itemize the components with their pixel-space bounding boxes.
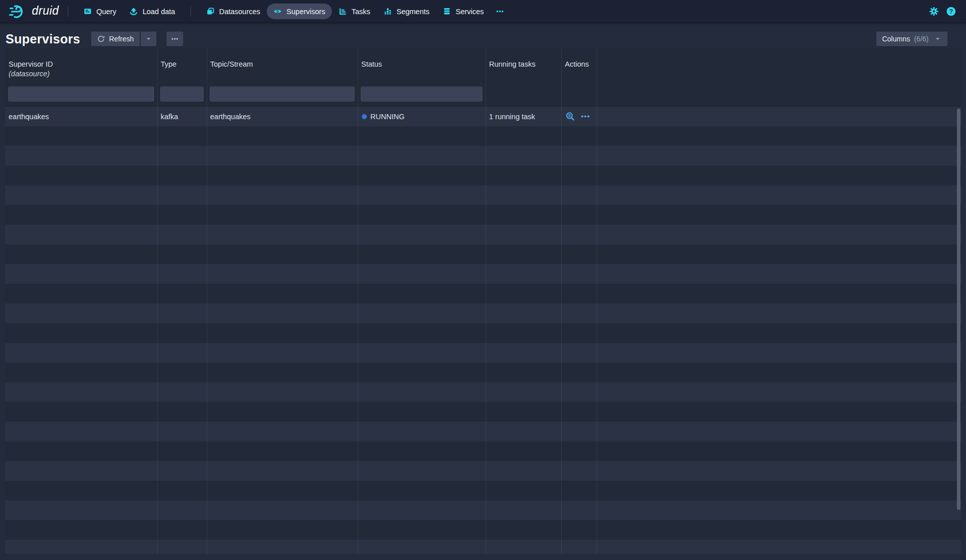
column-header-actions: Actions bbox=[561, 48, 597, 83]
table-row-empty bbox=[5, 500, 961, 520]
more-ellipsis-icon bbox=[171, 35, 179, 43]
nav-item-tasks[interactable]: Tasks bbox=[332, 4, 377, 19]
table-row-empty bbox=[5, 225, 961, 244]
table-row-empty bbox=[5, 205, 961, 225]
column-header-supervisor-id[interactable]: Supervisor ID (datasource) bbox=[5, 48, 157, 83]
refresh-icon bbox=[97, 35, 105, 43]
column-header-filler bbox=[597, 48, 961, 83]
table-row-empty bbox=[5, 284, 961, 303]
druid-logo[interactable]: druid bbox=[9, 4, 59, 20]
filter-input-type[interactable] bbox=[160, 86, 204, 101]
nav-item-segments[interactable]: Segments bbox=[377, 4, 436, 19]
navbar-divider bbox=[68, 7, 68, 17]
row-more-actions-icon[interactable] bbox=[581, 112, 590, 121]
cell-type[interactable]: kafka bbox=[157, 113, 207, 121]
help-icon[interactable]: ? bbox=[946, 7, 956, 17]
segments-icon bbox=[383, 7, 392, 16]
cell-topic-stream[interactable]: earthquakes bbox=[207, 113, 358, 121]
datasources-icon bbox=[206, 7, 215, 16]
status-running-dot bbox=[362, 114, 367, 119]
supervisors-eye-icon bbox=[273, 7, 282, 16]
column-subheader-datasource: (datasource) bbox=[9, 69, 153, 79]
table-header-row: Supervisor ID (datasource) Type Topic/St… bbox=[5, 48, 961, 83]
navbar: druid Query Load data Datasources bbox=[0, 0, 966, 23]
services-icon bbox=[443, 7, 451, 16]
table-row-empty bbox=[5, 126, 961, 146]
tasks-icon bbox=[339, 7, 347, 16]
druid-logo-icon bbox=[9, 4, 27, 20]
druid-logo-text: druid bbox=[32, 5, 59, 18]
nav-item-supervisors[interactable]: Supervisors bbox=[267, 4, 332, 19]
navbar-items: Query Load data Datasources Supervisors bbox=[77, 0, 509, 23]
title-more-button[interactable] bbox=[166, 31, 183, 46]
table-row-empty bbox=[5, 402, 961, 422]
table-row-empty bbox=[5, 303, 961, 323]
table-row-empty bbox=[5, 166, 961, 185]
svg-text:?: ? bbox=[949, 8, 953, 15]
nav-item-datasources[interactable]: Datasources bbox=[200, 4, 267, 19]
view-details-magnifier-icon[interactable] bbox=[565, 112, 575, 121]
columns-dropdown-button[interactable]: Columns (6/6) bbox=[876, 31, 948, 46]
query-icon bbox=[83, 7, 92, 16]
cell-status[interactable]: RUNNING bbox=[358, 113, 486, 121]
page-title: Supervisors bbox=[6, 32, 80, 46]
vertical-scrollbar-thumb[interactable] bbox=[957, 109, 960, 510]
settings-gear-icon[interactable] bbox=[929, 7, 939, 17]
nav-item-more[interactable] bbox=[491, 4, 509, 19]
table-row-empty bbox=[5, 185, 961, 205]
cell-running-tasks[interactable]: 1 running task bbox=[486, 113, 561, 121]
table-row-empty bbox=[5, 382, 961, 402]
refresh-button[interactable]: Refresh bbox=[91, 31, 140, 46]
nav-more-icon bbox=[496, 7, 504, 16]
navbar-right: ? bbox=[929, 7, 956, 17]
columns-label: Columns bbox=[882, 35, 910, 43]
table-row-empty bbox=[5, 363, 961, 382]
table-row-empty bbox=[5, 441, 961, 461]
navbar-divider bbox=[190, 7, 191, 17]
nav-item-query[interactable]: Query bbox=[77, 4, 123, 19]
table-row-empty bbox=[5, 481, 961, 500]
table-body: earthquakes kafka earthquakes RUNNING 1 … bbox=[5, 107, 961, 554]
column-header-status[interactable]: Status bbox=[358, 48, 486, 83]
table-row-earthquakes: earthquakes kafka earthquakes RUNNING 1 … bbox=[5, 107, 961, 126]
nav-item-load-data[interactable]: Load data bbox=[123, 4, 182, 19]
load-data-icon bbox=[129, 7, 138, 16]
table-row-empty bbox=[5, 264, 961, 284]
column-header-topic-stream[interactable]: Topic/Stream bbox=[207, 48, 358, 83]
refresh-dropdown-button[interactable] bbox=[140, 31, 157, 46]
supervisors-table: Supervisor ID (datasource) Type Topic/St… bbox=[5, 48, 961, 554]
filter-input-status[interactable] bbox=[361, 86, 482, 101]
refresh-button-group: Refresh bbox=[91, 31, 157, 46]
table-row-empty bbox=[5, 244, 961, 264]
table-row-empty bbox=[5, 540, 961, 554]
column-header-running-tasks[interactable]: Running tasks bbox=[486, 48, 561, 83]
caret-down-icon bbox=[934, 35, 942, 43]
table-row-empty bbox=[5, 520, 961, 540]
table-row-empty bbox=[5, 422, 961, 441]
column-header-type[interactable]: Type bbox=[157, 48, 207, 83]
nav-item-services[interactable]: Services bbox=[436, 4, 491, 19]
filter-input-supervisor-id[interactable] bbox=[8, 86, 154, 101]
table-filter-row bbox=[5, 83, 961, 107]
caret-down-icon bbox=[144, 35, 153, 43]
cell-supervisor-id[interactable]: earthquakes bbox=[5, 113, 157, 121]
table-row-empty bbox=[5, 343, 961, 363]
filter-input-topic-stream[interactable] bbox=[210, 86, 355, 101]
table-row-empty bbox=[5, 461, 961, 481]
table-row-empty bbox=[5, 323, 961, 343]
cell-actions bbox=[561, 112, 597, 121]
columns-count: (6/6) bbox=[914, 35, 929, 43]
table-row-empty bbox=[5, 146, 961, 166]
